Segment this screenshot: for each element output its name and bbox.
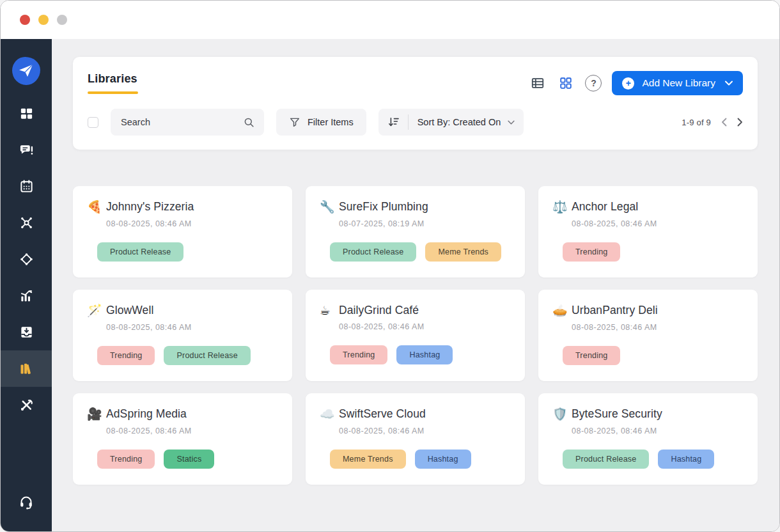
library-emoji-icon: ⚖️ <box>552 199 572 214</box>
tag-badge: Hashtag <box>396 345 453 364</box>
tools-icon <box>19 398 34 412</box>
library-tags: Trending <box>563 242 744 262</box>
comments-icon <box>19 143 34 157</box>
close-window-button[interactable] <box>20 15 30 25</box>
library-title: UrbanPantry Deli <box>572 304 658 317</box>
page-title: Libraries <box>88 72 138 86</box>
filter-items-label: Filter Items <box>308 117 354 127</box>
help-button[interactable]: ? <box>585 75 602 91</box>
library-card[interactable]: 🛡️ ByteSure Security 08-08-2025, 08:46 A… <box>538 393 758 485</box>
sort-by-label: Sort By: Created On <box>417 117 501 127</box>
tag-badge: Statics <box>164 450 214 469</box>
filter-items-button[interactable]: Filter Items <box>276 109 366 136</box>
minimize-window-button[interactable] <box>38 15 49 25</box>
tag-badge: Trending <box>97 346 155 365</box>
library-emoji-icon: 🥧 <box>552 303 572 318</box>
tag-badge: Meme Trends <box>330 450 406 469</box>
analytics-chart-icon <box>19 288 34 303</box>
dashboard-grid-icon <box>19 106 34 121</box>
sidebar-item-calendar[interactable] <box>1 168 52 205</box>
tag-badge: Product Release <box>164 346 250 365</box>
sort-divider <box>408 114 409 130</box>
chevron-down-icon <box>725 81 733 86</box>
sidebar-item-tools[interactable] <box>1 387 52 423</box>
library-created-date: 08-08-2025, 08:46 AM <box>106 426 278 435</box>
tag-badge: Product Release <box>97 242 183 262</box>
list-view-icon <box>531 76 545 90</box>
library-title: AdSpring Media <box>106 407 187 421</box>
tag-badge: Hashtag <box>658 450 714 469</box>
select-all-checkbox[interactable] <box>88 117 98 128</box>
library-tags: TrendingProduct Release <box>97 346 278 365</box>
library-card[interactable]: ☕ DailyGrind Café 08-08-2025, 08:46 AM T… <box>306 290 525 381</box>
list-view-toggle[interactable] <box>529 75 546 91</box>
tag-badge: Meme Trends <box>425 242 501 262</box>
tag-badge: Trending <box>563 346 620 365</box>
app-window: Libraries <box>0 0 780 532</box>
library-title: GlowWell <box>106 304 153 317</box>
sidebar-item-dashboard[interactable] <box>1 95 52 132</box>
maximize-window-button[interactable] <box>57 15 67 25</box>
pagination-next-button[interactable] <box>737 118 743 127</box>
library-title: Johnny's Pizzeria <box>106 200 194 214</box>
diamond-nodes-icon <box>19 252 34 267</box>
library-title: Anchor Legal <box>572 200 638 214</box>
plus-circle-icon: + <box>622 77 634 90</box>
tag-badge: Product Release <box>330 242 416 262</box>
library-created-date: 08-08-2025, 08:46 AM <box>106 219 278 228</box>
paper-plane-icon <box>19 64 34 78</box>
grid-view-icon <box>559 76 573 90</box>
search-input[interactable] <box>121 117 243 127</box>
library-grid: 🍕 Johnny's Pizzeria 08-08-2025, 08:46 AM… <box>73 186 758 485</box>
sidebar-item-campaigns[interactable] <box>1 241 52 278</box>
library-created-date: 08-08-2025, 08:46 AM <box>106 323 278 332</box>
chevron-down-icon <box>508 120 515 125</box>
sidebar-item-analytics[interactable] <box>1 278 52 314</box>
library-emoji-icon: 🪄 <box>87 303 106 318</box>
network-nodes-icon <box>19 215 34 230</box>
tag-badge: Product Release <box>563 450 649 469</box>
title-underline <box>88 91 138 94</box>
app-logo[interactable] <box>12 57 40 85</box>
library-title: DailyGrind Café <box>339 304 419 317</box>
magnifier-icon <box>243 116 255 129</box>
library-emoji-icon: 🛡️ <box>552 407 572 421</box>
sidebar-item-support[interactable] <box>1 483 52 520</box>
pagination-prev-button[interactable] <box>721 118 727 127</box>
pagination-range: 1-9 of 9 <box>682 118 711 127</box>
library-emoji-icon: 🔧 <box>320 199 339 214</box>
tag-badge: Trending <box>563 242 620 262</box>
library-tags: Meme TrendsHashtag <box>330 450 511 469</box>
library-created-date: 08-08-2025, 08:46 AM <box>339 322 511 331</box>
library-card[interactable]: 🔧 SureFix Plumbing 08-07-2025, 08:19 AM … <box>306 186 525 278</box>
library-card[interactable]: 🥧 UrbanPantry Deli 08-08-2025, 08:46 AM … <box>538 290 758 381</box>
sidebar-item-connections[interactable] <box>1 205 52 241</box>
search-field[interactable] <box>111 109 264 136</box>
library-card[interactable]: 🎥 AdSpring Media 08-08-2025, 08:46 AM Tr… <box>73 393 292 485</box>
library-title: SureFix Plumbing <box>339 200 428 214</box>
chevron-right-icon <box>737 118 743 127</box>
library-tags: TrendingStatics <box>97 450 278 469</box>
library-card[interactable]: ⚖️ Anchor Legal 08-08-2025, 08:46 AM Tre… <box>538 186 758 278</box>
sidebar-item-library[interactable] <box>1 350 52 387</box>
tag-badge: Trending <box>330 345 387 364</box>
question-mark-icon: ? <box>591 78 597 88</box>
library-card[interactable]: ☁️ SwiftServe Cloud 08-08-2025, 08:46 AM… <box>306 393 525 485</box>
grid-view-toggle[interactable] <box>558 75 574 91</box>
library-card[interactable]: 🪄 GlowWell 08-08-2025, 08:46 AM Trending… <box>73 290 292 381</box>
library-emoji-icon: ☕ <box>320 303 339 317</box>
library-books-icon <box>19 361 34 377</box>
inbox-download-icon <box>19 325 34 340</box>
library-tags: TrendingHashtag <box>330 345 511 364</box>
tag-badge: Hashtag <box>415 450 471 469</box>
sidebar-item-posts[interactable] <box>1 132 52 168</box>
library-title: ByteSure Security <box>572 407 662 421</box>
library-tags: Product ReleaseHashtag <box>563 450 744 469</box>
sort-by-button[interactable]: Sort By: Created On <box>378 109 524 136</box>
library-emoji-icon: 🎥 <box>87 407 106 421</box>
library-card[interactable]: 🍕 Johnny's Pizzeria 08-08-2025, 08:46 AM… <box>73 186 292 278</box>
add-new-library-label: Add New Library <box>642 77 715 89</box>
sidebar-item-inbox[interactable] <box>1 314 52 350</box>
funnel-icon <box>289 116 300 128</box>
add-new-library-button[interactable]: + Add New Library <box>612 71 743 95</box>
